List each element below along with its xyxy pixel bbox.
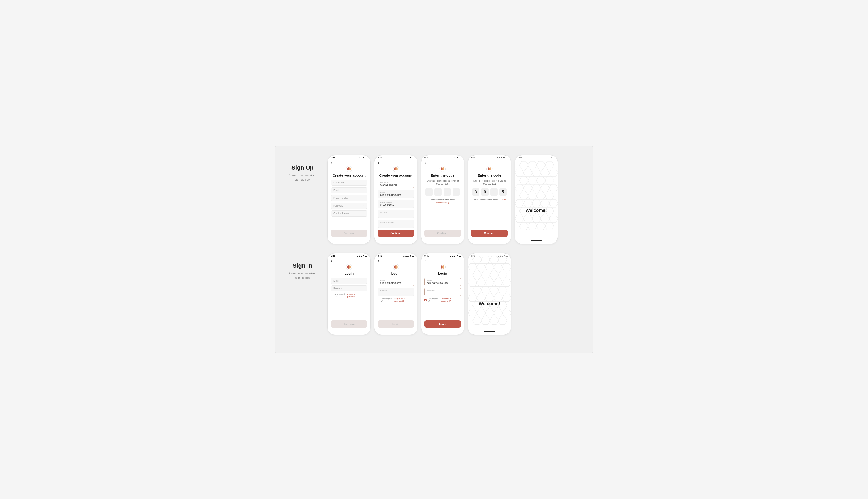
password-label-2: Password bbox=[380, 211, 388, 214]
signin-label: Sign In A simple summarizedsign in flow bbox=[282, 253, 323, 280]
forgot-password-link-l2[interactable]: Forgot your password? bbox=[394, 297, 414, 302]
home-indicator-l1 bbox=[343, 332, 355, 333]
battery-icon-l2: ▬ bbox=[412, 255, 414, 257]
otp-box-3-4[interactable] bbox=[453, 188, 460, 196]
signup-header-1: Create your account bbox=[331, 173, 367, 177]
back-button-l3[interactable]: ‹ bbox=[424, 259, 461, 263]
otp-box-4-1[interactable]: 3 bbox=[472, 188, 479, 196]
continue-button-2[interactable]: Continue bbox=[378, 230, 414, 237]
status-right-4: ▲▲▲ ▾ ▬ bbox=[496, 157, 508, 159]
full-name-field-1[interactable]: Full Name bbox=[331, 180, 367, 186]
password-wrap-l3: Password •••••••• ⌃ bbox=[424, 288, 461, 296]
checkbox-row-l2: Stay logged in? Forgot your password? bbox=[378, 297, 414, 302]
time-l2: 9:41 bbox=[378, 255, 382, 257]
home-indicator-5 bbox=[531, 241, 542, 241]
stay-logged-checkbox-l1[interactable] bbox=[331, 294, 333, 296]
phone-label-2: Phone Number bbox=[380, 202, 394, 204]
login-phone-filled: 9:41 ▲▲▲ ▾ ▬ ‹ Login bbox=[374, 253, 418, 335]
back-button-4[interactable]: ‹ bbox=[471, 161, 508, 165]
password-field-2[interactable]: Password •••••••• ⌃ bbox=[378, 209, 414, 218]
svg-point-55 bbox=[349, 265, 351, 269]
phone-field-2[interactable]: Phone Number 07056271852 bbox=[378, 199, 414, 208]
email-label-1: Email bbox=[334, 189, 339, 192]
back-button-l1[interactable]: ‹ bbox=[331, 259, 367, 263]
time-2: 9:41 bbox=[378, 157, 382, 159]
stay-logged-label-l1: Stay logged in? bbox=[334, 293, 348, 297]
time-l3: 9:41 bbox=[424, 255, 429, 257]
continue-button-1[interactable]: Continue bbox=[331, 230, 367, 237]
otp-continue-button-4[interactable]: Continue bbox=[471, 230, 508, 237]
resend-link-3[interactable]: Resend(1:28) bbox=[436, 202, 449, 204]
password-field-l2[interactable]: Password •••••••• ⌃ bbox=[378, 288, 414, 296]
password-field-1[interactable]: Password ⌃ bbox=[331, 203, 367, 209]
signal-icon-l2: ▲▲▲ bbox=[403, 255, 409, 257]
password-value-l3: •••••••• bbox=[427, 292, 433, 294]
email-value-l3: admin@thelima.com bbox=[427, 282, 448, 284]
email-label-l3: Email bbox=[427, 279, 448, 281]
eye-icon-l2[interactable]: ⌃ bbox=[410, 291, 411, 293]
email-label-2: Email bbox=[380, 191, 401, 193]
home-indicator-1 bbox=[343, 242, 355, 242]
checkbox-row-l1: Stay logged in? Forgot your password? bbox=[331, 293, 367, 297]
outer-container: Sign Up A simple summarizedsign up flow … bbox=[275, 146, 593, 353]
eye-icon-4[interactable]: ⌃ bbox=[410, 222, 411, 225]
wifi-icon-l3: ▾ bbox=[457, 255, 458, 257]
otp-box-3-3[interactable] bbox=[444, 188, 451, 196]
otp-box-3-1[interactable] bbox=[425, 188, 433, 196]
svg-point-61 bbox=[442, 265, 444, 269]
otp-box-4-3[interactable]: 1 bbox=[490, 188, 497, 196]
welcome-time-signup: 9:41 bbox=[518, 157, 522, 159]
confirm-password-field-1[interactable]: Confirm Password ⌃ bbox=[331, 210, 367, 217]
svg-point-2 bbox=[349, 167, 351, 170]
time-4: 9:41 bbox=[471, 157, 475, 159]
password-value-2: •••••••• bbox=[380, 214, 387, 216]
email-field-l1[interactable]: Email bbox=[331, 278, 367, 284]
forgot-password-link-l3[interactable]: Forgot your password? bbox=[441, 297, 461, 302]
stay-logged-checkbox-l3[interactable] bbox=[424, 299, 427, 301]
otp-continue-button-3[interactable]: Continue bbox=[424, 230, 461, 237]
wifi-icon-1: ▾ bbox=[363, 157, 364, 159]
email-field-l3[interactable]: Email admin@thelima.com bbox=[424, 278, 461, 286]
continue-button-l1[interactable]: Continue bbox=[331, 320, 367, 328]
password-field-l1[interactable]: Password ⌃ bbox=[331, 285, 367, 292]
otp-box-4-4[interactable]: 5 bbox=[499, 188, 507, 196]
full-name-field-2[interactable]: Full Name Olawale Thelima bbox=[378, 180, 414, 188]
email-field-2[interactable]: Email admin@thelima.com bbox=[378, 190, 414, 198]
home-indicator-l2 bbox=[390, 332, 401, 333]
battery-icon-4: ▬ bbox=[506, 157, 508, 159]
status-right-2: ▲▲▲ ▾ ▬ bbox=[403, 157, 414, 159]
email-field-1[interactable]: Email bbox=[331, 187, 367, 193]
battery-icon-1: ▬ bbox=[365, 157, 367, 159]
back-button-l2[interactable]: ‹ bbox=[378, 259, 414, 263]
resend-link-4[interactable]: Resend bbox=[499, 199, 506, 201]
signin-welcome-phone: 9:41 ▲▲▲ ▾ ▬ Welcome! bbox=[468, 253, 511, 335]
eye-icon-2[interactable]: ⌃ bbox=[363, 212, 365, 215]
password-field-l3[interactable]: Password •••••••• ⌃ bbox=[424, 288, 461, 296]
eye-icon-l3[interactable]: ⌃ bbox=[457, 291, 458, 293]
eye-icon-1[interactable]: ⌃ bbox=[363, 205, 365, 207]
eye-icon-l1[interactable]: ⌃ bbox=[363, 287, 365, 290]
logo-2 bbox=[393, 166, 399, 172]
back-button-1[interactable]: ‹ bbox=[331, 161, 367, 165]
hex-svg-signin bbox=[468, 253, 511, 334]
stay-logged-checkbox-l2[interactable] bbox=[378, 299, 380, 301]
otp-box-4-2[interactable]: 0 bbox=[481, 188, 489, 196]
email-field-l2[interactable]: Email admin@thelima.com bbox=[378, 278, 414, 286]
welcome-time-signin: 9:41 bbox=[471, 255, 475, 257]
login-button-l2[interactable]: Login bbox=[378, 320, 414, 328]
eye-icon-3[interactable]: ⌃ bbox=[410, 212, 411, 215]
login-header-l3: Login bbox=[424, 271, 461, 276]
otp-phone-filled: 9:41 ▲▲▲ ▾ ▬ ‹ Enter the code Ent bbox=[468, 155, 511, 244]
login-header-l2: Login bbox=[378, 271, 414, 276]
back-button-2[interactable]: ‹ bbox=[378, 161, 414, 165]
back-button-3[interactable]: ‹ bbox=[424, 161, 461, 165]
login-header-l1: Login bbox=[331, 271, 367, 276]
home-indicator-3 bbox=[437, 242, 448, 242]
forgot-password-link-l1[interactable]: Forgot your password? bbox=[347, 293, 367, 297]
time-1: 9:41 bbox=[331, 157, 335, 159]
svg-point-58 bbox=[395, 265, 398, 269]
phone-field-1[interactable]: Phone Number bbox=[331, 195, 367, 201]
otp-box-3-2[interactable] bbox=[434, 188, 442, 196]
confirm-field-2[interactable]: Confirm Password •••••••• ⌃ bbox=[378, 220, 414, 228]
login-button-l3[interactable]: Login bbox=[424, 320, 461, 328]
